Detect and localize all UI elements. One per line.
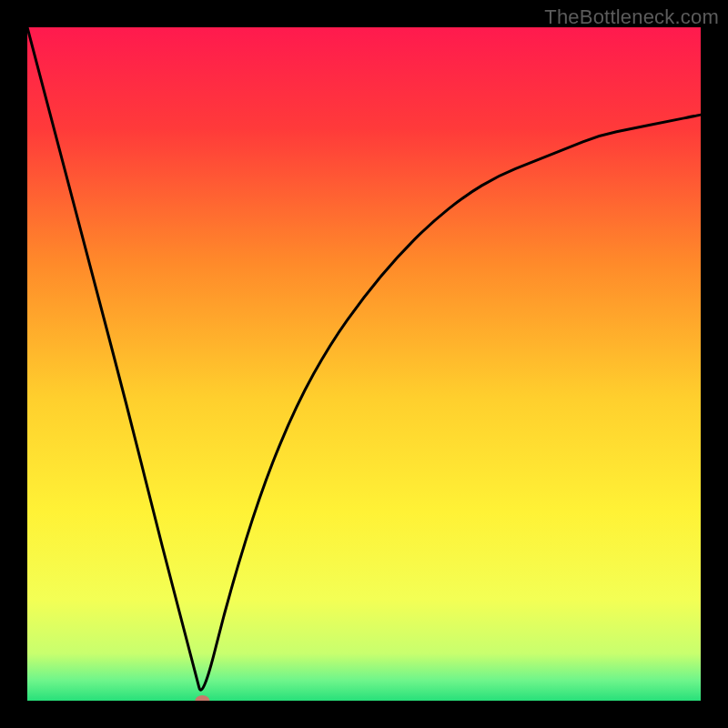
background-rect xyxy=(27,27,701,701)
plot-svg xyxy=(27,27,701,701)
watermark-text: TheBottleneck.com xyxy=(544,5,719,29)
plot-area xyxy=(27,27,701,701)
chart-frame: TheBottleneck.com xyxy=(0,0,728,728)
